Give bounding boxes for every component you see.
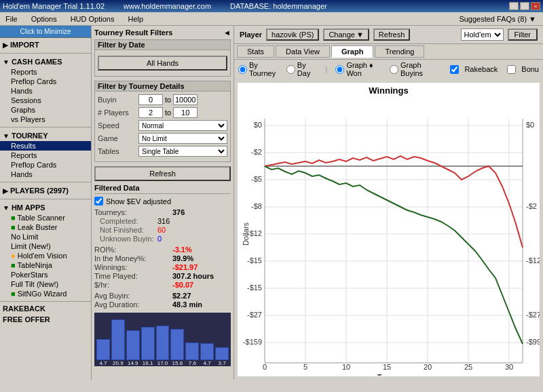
all-hands-button[interactable]: All Hands: [98, 56, 227, 71]
tabs-bar: Stats Data View Graph Trending: [234, 44, 543, 60]
radio-group-tourney: By Tourney: [238, 61, 281, 77]
sidebar-tourney-reports[interactable]: Reports: [0, 151, 91, 160]
sidebar-holdem-vision[interactable]: ● Hold'em Vision: [0, 251, 91, 260]
filter-date-title: Filter by Date: [95, 40, 230, 50]
sidebar-tourney-results[interactable]: Results: [0, 141, 91, 151]
sidebar-cash-hands[interactable]: Hands: [0, 86, 91, 96]
faq-button[interactable]: Suggested FAQs (8) ▼: [455, 13, 540, 25]
holdem-select[interactable]: Hold'em Omaha: [461, 28, 504, 41]
radio-graph-buyins[interactable]: [390, 65, 398, 74]
tab-stats[interactable]: Stats: [237, 45, 274, 58]
site-url: www.holdemmanager.com: [124, 2, 211, 10]
radio-by-tourney[interactable]: [238, 65, 247, 74]
sidebar-import[interactable]: ▶ IMPORT: [0, 39, 91, 50]
player-bar: Player hazovik (PS) Change ▼ Refresh Hol…: [234, 26, 543, 44]
buyin-min-input[interactable]: [138, 94, 163, 105]
svg-text:-$12: -$12: [247, 229, 262, 237]
sidebar-hm-apps[interactable]: ▼ HM APPS: [0, 202, 91, 213]
avg-duration-label: Avg Duration:: [94, 300, 172, 309]
change-button[interactable]: Change ▼: [323, 28, 369, 41]
filter-top-button[interactable]: Filter: [508, 28, 538, 41]
histogram-bar-6: [185, 342, 199, 360]
unknown-buyin-value: 0: [157, 235, 162, 243]
itm-value: 39.9%: [172, 254, 193, 262]
sev-checkbox[interactable]: [94, 197, 103, 205]
radio-group-buyins: Graph Buyins: [390, 61, 439, 77]
sev-checkbox-row: Show $EV adjusted: [94, 197, 231, 205]
sidebar-cash-games[interactable]: ▼ CASH GAMES: [0, 56, 91, 67]
time-played-label: Time Played:: [94, 272, 172, 280]
radio-by-day[interactable]: [286, 65, 295, 74]
graph-panel: Player hazovik (PS) Change ▼ Refresh Hol…: [234, 26, 543, 380]
svg-text:-$999: -$999: [526, 338, 540, 346]
tab-graph[interactable]: Graph: [331, 45, 373, 58]
menu-help[interactable]: Help: [125, 14, 146, 24]
menu-file[interactable]: File: [3, 14, 20, 24]
sidebar-tourney-hands[interactable]: Hands: [0, 170, 91, 179]
menu-hud-options[interactable]: HUD Options: [68, 14, 117, 24]
minimize-button[interactable]: −: [509, 2, 519, 10]
sidebar-cash-graphs[interactable]: Graphs: [0, 105, 91, 115]
svg-text:-$27: -$27: [247, 311, 262, 319]
sidebar-tourney-preflop[interactable]: Preflop Cards: [0, 160, 91, 170]
time-played-row: Time Played: 307.2 hours: [94, 272, 231, 280]
tab-trending[interactable]: Trending: [375, 45, 424, 58]
bonus-checkbox[interactable]: [507, 65, 516, 74]
player-label: Player: [240, 31, 262, 39]
maximize-button[interactable]: □: [520, 2, 529, 10]
filters-panel: Tourney Result Filters ◄ Filter by Date …: [92, 26, 234, 380]
change-arrow-icon: ▼: [356, 31, 364, 39]
histogram-bar-1: [111, 319, 125, 360]
sidebar-cash-vsplayers[interactable]: vs Players: [0, 115, 91, 124]
sidebar-free-offer[interactable]: FREE OFFER: [0, 314, 91, 325]
sidebar-table-scanner[interactable]: ■ Table Scanner: [0, 213, 91, 222]
players-max-input[interactable]: [173, 107, 198, 118]
game-select[interactable]: No Limit Limit: [138, 133, 227, 144]
sidebar-limit[interactable]: Limit (New!): [0, 241, 91, 251]
sev-label: Show $EV adjusted: [106, 197, 171, 205]
winnings-value: -$21.97: [172, 263, 198, 271]
refresh-button[interactable]: Refresh: [94, 166, 231, 181]
sidebar-table-ninja[interactable]: ■ TableNinja: [0, 260, 91, 270]
buyin-max-input[interactable]: [173, 94, 198, 105]
filter-details-title: Filter by Tourney Details: [95, 81, 230, 92]
histogram-bar-5: [170, 329, 184, 360]
sidebar-no-limit[interactable]: No Limit: [0, 232, 91, 241]
app-title: Hold'em Manager Trial 1.11.02: [3, 2, 105, 10]
speed-select[interactable]: Normal Turbo Hyper: [138, 120, 227, 131]
tables-filter-row: Tables Single Table Multi Table: [98, 146, 227, 157]
buyin-label: Buyin: [98, 96, 138, 104]
menu-options[interactable]: Options: [29, 14, 60, 24]
sidebar-tourney[interactable]: ▼ TOURNEY: [0, 130, 91, 141]
sidebar-cash-sessions[interactable]: Sessions: [0, 96, 91, 105]
sidebar-cash-reports[interactable]: Reports: [0, 67, 91, 77]
close-button[interactable]: ×: [531, 2, 540, 10]
rakeback-checkbox[interactable]: [450, 65, 459, 74]
sidebar-rakeback[interactable]: RAKEBACK: [0, 303, 91, 314]
histogram-label-4: 17.0: [155, 360, 170, 366]
filter-by-details-section: Filter by Tourney Details Buyin to # Pla…: [94, 81, 231, 162]
filtered-data: Filtered Data Show $EV adjusted Tourneys…: [94, 184, 231, 366]
player-name-button[interactable]: hazovik (PS): [266, 28, 319, 41]
players-min-input[interactable]: [138, 107, 163, 118]
itm-row: In the Money%: 39.9%: [94, 254, 231, 262]
sidebar-cash-preflop[interactable]: Preflop Cards: [0, 77, 91, 86]
svg-text:-$2: -$2: [526, 202, 537, 210]
sidebar-full-tilt[interactable]: Full Tilt (New!): [0, 279, 91, 289]
sidebar: Click to Minimize ▶ IMPORT ▼ CASH GAMES …: [0, 26, 92, 380]
sidebar-leak-buster[interactable]: ■ Leak Buster: [0, 222, 91, 232]
radio-graph-won[interactable]: [335, 65, 344, 74]
speed-label: Speed: [98, 121, 138, 130]
sidebar-players[interactable]: ▶ PLAYERS (2997): [0, 185, 91, 196]
tab-dataview[interactable]: Data View: [276, 45, 330, 58]
tables-select[interactable]: Single Table Multi Table: [138, 146, 227, 157]
svg-text:-$8: -$8: [251, 202, 262, 210]
sidebar-sitngo[interactable]: ■ SitNGo Wizard: [0, 289, 91, 298]
histogram-bar-4: [156, 326, 170, 360]
sidebar-pokerstars[interactable]: PokerStars: [0, 270, 91, 279]
refresh-top-button[interactable]: Refresh: [373, 28, 411, 41]
histogram-bar-7: [200, 343, 214, 360]
game-label: Game: [98, 134, 138, 142]
speed-filter-row: Speed Normal Turbo Hyper: [98, 120, 227, 131]
sidebar-toggle[interactable]: Click to Minimize: [0, 26, 91, 38]
